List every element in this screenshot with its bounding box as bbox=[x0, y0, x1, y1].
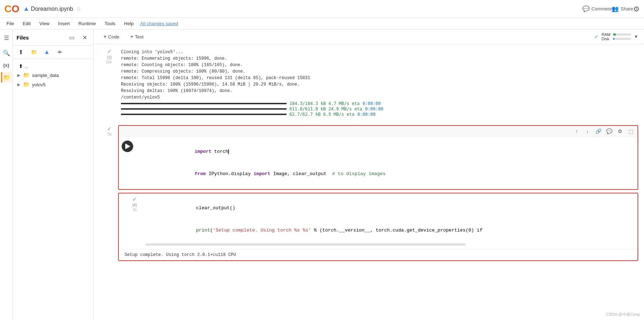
cells-area[interactable]: ✓ [1] 12s Cloning into 'yolov5'... remot… bbox=[94, 44, 644, 320]
sidebar-close-icon[interactable]: ✕ bbox=[80, 32, 90, 42]
code-3-line-1: clear_output() bbox=[145, 197, 482, 219]
progress-bar-3: 62.7/62.7 kB 6.5 MB/s eta 0:00:00 bbox=[121, 112, 631, 117]
menu-runtime[interactable]: Runtime bbox=[75, 19, 99, 28]
main-area: ☰ 🔍 {x} 📁 Files ▭ ✕ ⬆ 📁 ▲ 👁 bbox=[0, 29, 644, 320]
sidebar-menu-icon[interactable]: ☰ bbox=[1, 32, 12, 43]
cell-2-code-body: import torch from IPython.display import… bbox=[119, 137, 638, 189]
menu-insert[interactable]: Insert bbox=[54, 19, 73, 28]
file-browser: ⬆ .. ▶ 📁 sample_data ▶ 📁 yolov5 bbox=[13, 60, 93, 320]
progress-1-eta: 0:00:00 bbox=[362, 101, 381, 106]
menu-tools[interactable]: Tools bbox=[101, 19, 119, 28]
add-text-button[interactable]: + Text bbox=[126, 32, 147, 42]
cell-3-time: 0s bbox=[133, 208, 137, 212]
cursor bbox=[228, 149, 229, 154]
notebook-area: + Code + Text ✓ RAM Disk bbox=[94, 29, 644, 320]
progress-3-info: 62.7/62.7 kB 6.5 MB/s eta bbox=[289, 112, 355, 117]
progress-2-eta: 0:00:00 bbox=[365, 106, 383, 111]
sidebar-title: Files bbox=[17, 35, 39, 41]
colab-logo[interactable]: CO bbox=[4, 4, 19, 14]
move-down-icon[interactable]: ↓ bbox=[583, 127, 592, 136]
folder-arrow-icon: ▶ bbox=[17, 73, 20, 78]
topbar: CO ▲ Doreamon.ipynb ☆ 💬 Comment 👥 Share … bbox=[0, 0, 644, 18]
cell-1-content: Cloning into 'yolov5'... remote: Enumera… bbox=[115, 46, 644, 120]
cell-3-code-cell[interactable]: ✓ [4] 0s clear_output() print('Setup com… bbox=[118, 193, 638, 261]
ram-bar-fill bbox=[613, 33, 616, 36]
cell-1-num: [1] bbox=[107, 55, 112, 59]
progress-2-info: 611.8/611.8 kB 24.9 MB/s eta bbox=[289, 106, 362, 111]
save-status: All changes saved bbox=[140, 21, 178, 26]
expand-cell-icon[interactable]: ⬚ bbox=[626, 127, 635, 136]
file-toolbar: ⬆ 📁 ▲ 👁 bbox=[13, 46, 93, 59]
sidebar-header: Files ▭ ✕ bbox=[13, 29, 93, 46]
drive-connect-icon[interactable]: ▲ bbox=[42, 47, 52, 57]
menu-file[interactable]: File bbox=[3, 19, 18, 28]
comment-button[interactable]: 💬 Comment bbox=[582, 5, 612, 12]
sidebar-window-icon[interactable]: ▭ bbox=[67, 32, 77, 42]
code-scrollbar[interactable] bbox=[145, 243, 465, 246]
watermark: CSDN @今狐Cong bbox=[606, 312, 640, 317]
cell-1-time: 12s bbox=[106, 60, 112, 64]
comment-icon: 💬 bbox=[582, 5, 590, 12]
ram-bar-track bbox=[613, 33, 631, 36]
sidebar: ☰ 🔍 {x} 📁 Files ▭ ✕ ⬆ 📁 ▲ 👁 bbox=[0, 29, 94, 320]
ram-disk-indicator: RAM Disk bbox=[602, 32, 631, 41]
run-triangle-icon bbox=[125, 143, 130, 149]
cell-3-code-body: ✓ [4] 0s clear_output() print('Setup com… bbox=[119, 193, 638, 249]
cell-2-toolbar: ↑ ↓ 🔗 💬 ⚙ ⬚ bbox=[119, 126, 638, 137]
cell-2-check: ✓ bbox=[107, 126, 112, 132]
new-folder-icon[interactable]: 📁 bbox=[29, 47, 39, 57]
settings-cell-icon[interactable]: ⚙ bbox=[615, 127, 625, 136]
cell-2-code-lines[interactable]: import torch from IPython.display import… bbox=[139, 137, 391, 189]
cell-2-time: 5s bbox=[108, 132, 112, 136]
move-up-icon[interactable]: ↑ bbox=[572, 127, 581, 136]
code-line-2: from IPython.display import Image, clear… bbox=[144, 163, 386, 185]
share-icon: 👥 bbox=[612, 5, 619, 12]
settings-icon[interactable]: ⚙ bbox=[633, 5, 640, 13]
hide-files-icon[interactable]: 👁 bbox=[55, 47, 65, 57]
add-code-button[interactable]: + Code bbox=[99, 32, 123, 42]
cell-2-run-area bbox=[119, 137, 139, 155]
progress-1-info: 184.3/184.3 kB 4.7 MB/s eta bbox=[289, 101, 360, 106]
notebook-toolbar: + Code + Text ✓ RAM Disk bbox=[94, 29, 644, 44]
cell-3-code-lines[interactable]: clear_output() print('Setup complete. Us… bbox=[140, 193, 487, 249]
menu-help[interactable]: Help bbox=[121, 19, 138, 28]
progress-bar-1: 184.3/184.3 kB 4.7 MB/s eta 0:00:00 bbox=[121, 101, 631, 106]
cell-3-output-text: Setup complete. Using torch 2.0.1+cu118 … bbox=[125, 252, 632, 257]
cell-1-output: Cloning into 'yolov5'... remote: Enumera… bbox=[115, 46, 637, 120]
share-button[interactable]: 👥 Share bbox=[612, 5, 633, 12]
disk-bar-track bbox=[613, 38, 631, 40]
cell-2-gutter: ✓ 5s bbox=[94, 123, 115, 263]
cell-1-check: ✓ bbox=[107, 49, 112, 54]
search-icon[interactable]: 🔍 bbox=[1, 47, 12, 58]
menu-edit[interactable]: Edit bbox=[19, 19, 34, 28]
comment-cell-icon[interactable]: 💬 bbox=[604, 127, 614, 136]
progress-bar-2: 611.8/611.8 kB 24.9 MB/s eta 0:00:00 bbox=[121, 106, 631, 111]
folder-icon-yolov5: 📁 bbox=[23, 81, 30, 88]
ram-check-icon: ✓ bbox=[594, 34, 599, 40]
file-item-yolov5[interactable]: ▶ 📁 yolov5 bbox=[16, 80, 90, 89]
disk-bar-fill bbox=[613, 38, 614, 40]
file-item-parent[interactable]: ⬆ .. bbox=[16, 62, 90, 70]
star-icon[interactable]: ☆ bbox=[76, 5, 81, 12]
cell-2-content: ↑ ↓ 🔗 💬 ⚙ ⬚ bbox=[115, 123, 644, 263]
link-icon[interactable]: 🔗 bbox=[594, 127, 603, 136]
cell-2-code-cell[interactable]: ↑ ↓ 🔗 💬 ⚙ ⬚ bbox=[118, 125, 638, 190]
cell-1-output-text: Cloning into 'yolov5'... remote: Enumera… bbox=[121, 49, 631, 101]
upload-icon[interactable]: ⬆ bbox=[16, 47, 26, 57]
run-button-cell2[interactable] bbox=[122, 141, 133, 152]
ram-dropdown-icon[interactable]: ▼ bbox=[634, 34, 638, 39]
folder-icon-sample: 📁 bbox=[23, 72, 30, 78]
menubar: File Edit View Insert Runtime Tools Help… bbox=[0, 18, 644, 29]
left-icon-rail: ☰ 🔍 {x} 📁 bbox=[0, 29, 13, 320]
file-item-sample-data[interactable]: ▶ 📁 sample_data bbox=[16, 70, 90, 80]
parent-arrow-icon: ⬆ bbox=[19, 63, 23, 69]
code-3-line-2: print('Setup complete. Using torch %s %s… bbox=[145, 219, 482, 242]
cell-1-wrapper: ✓ [1] 12s Cloning into 'yolov5'... remot… bbox=[94, 44, 644, 122]
cell-3-num: [4] bbox=[132, 203, 137, 207]
files-icon[interactable]: 📁 bbox=[1, 72, 12, 83]
code-line-1: import torch bbox=[144, 141, 386, 163]
notebook-title[interactable]: Doreamon.ipynb bbox=[31, 6, 73, 12]
menu-view[interactable]: View bbox=[36, 19, 53, 28]
variables-icon[interactable]: {x} bbox=[1, 60, 12, 70]
cell-1-gutter: ✓ [1] 12s bbox=[94, 46, 115, 120]
